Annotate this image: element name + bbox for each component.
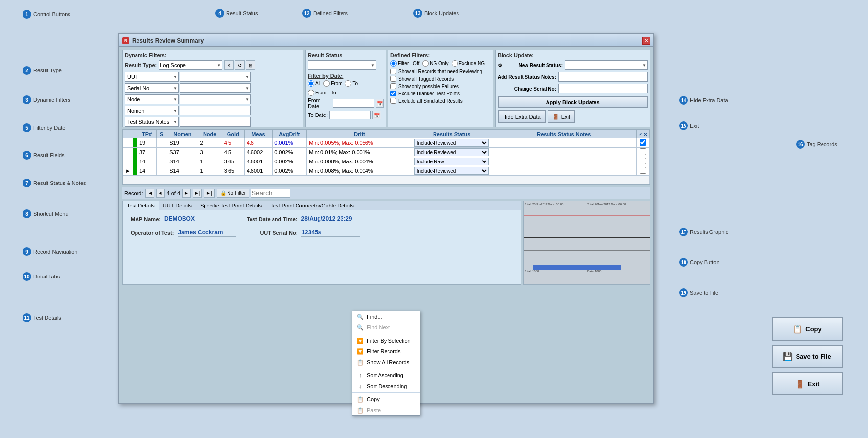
- filter-value-serial[interactable]: ▼: [180, 83, 251, 93]
- cb-tagged-records[interactable]: Show all Tagged Records: [390, 76, 491, 82]
- radio-from[interactable]: From: [323, 80, 342, 87]
- filter-value-nomen[interactable]: [180, 106, 251, 115]
- status-combo-1[interactable]: Include-Reviewed: [414, 139, 489, 147]
- search-input[interactable]: [251, 189, 290, 198]
- th-tp[interactable]: TP#: [137, 130, 156, 138]
- filter-field-serial[interactable]: Serial No▼: [125, 83, 179, 93]
- copy-button[interactable]: 📋 Copy: [772, 317, 843, 341]
- cell-tag-4[interactable]: [637, 166, 650, 176]
- tab-connector-cable[interactable]: Test Point Connector/Cable Details: [266, 201, 358, 210]
- cell-status-2[interactable]: Include-Reviewed: [412, 148, 491, 157]
- radio-exclude-ng[interactable]: Exclude NG: [452, 60, 485, 67]
- nav-extra-btn[interactable]: ►|: [204, 189, 215, 198]
- tag-checkbox-3[interactable]: [640, 158, 646, 164]
- check-all-icon[interactable]: ✓: [639, 132, 642, 137]
- clear-icon-btn[interactable]: ✕: [224, 60, 234, 70]
- cell-status-4[interactable]: Include-Reviewed: [412, 166, 491, 176]
- cb-failures-input[interactable]: [390, 83, 396, 89]
- cb-need-reviewing[interactable]: Show all Records that need Reviewing: [390, 69, 491, 74]
- cell-notes-1[interactable]: [491, 138, 637, 148]
- status-combo-2[interactable]: Include-Reviewed: [414, 148, 489, 156]
- context-sort-desc[interactable]: ↓ Sort Descending: [352, 381, 420, 392]
- apply-block-updates-button[interactable]: Apply Block Updates: [498, 96, 648, 108]
- change-serial-input[interactable]: [558, 84, 648, 93]
- cell-notes-3[interactable]: [491, 157, 637, 166]
- radio-all[interactable]: All: [308, 80, 320, 87]
- add-notes-input[interactable]: [558, 72, 648, 82]
- to-date-calendar-btn[interactable]: 📅: [372, 111, 381, 119]
- filter-value-uut[interactable]: ▼: [180, 72, 251, 82]
- status-combo-4[interactable]: Include-Reviewed: [414, 167, 489, 175]
- th-drift[interactable]: Drift: [307, 130, 412, 138]
- tab-specific-test-point[interactable]: Specific Test Point Details: [196, 201, 266, 210]
- context-sort-asc[interactable]: ↑ Sort Ascending: [352, 370, 420, 381]
- table-row: ► 14 S14 1 3.65 4.6001 0.002% Min: 0.008…: [123, 166, 650, 176]
- filter-field-node[interactable]: Node▼: [125, 94, 179, 104]
- th-results-status[interactable]: Results Status: [412, 130, 491, 138]
- result-type-combo[interactable]: Log Scope ▼: [159, 60, 222, 70]
- new-status-icon: ⚙: [498, 63, 502, 68]
- tag-checkbox-1[interactable]: [640, 139, 646, 146]
- nav-first-btn[interactable]: |◄: [145, 189, 154, 198]
- refresh-icon-btn[interactable]: ↺: [235, 60, 245, 70]
- radio-filter-off[interactable]: Filter - Off: [390, 60, 419, 67]
- radio-ng-only[interactable]: NG Only: [422, 60, 448, 67]
- cb-exclude-blanked[interactable]: Exclude Blanked Test Points: [390, 91, 491, 96]
- no-filter-button[interactable]: 🔒 No Filter: [217, 189, 250, 198]
- context-filter-by-selection[interactable]: 🔽 Filter By Selection: [352, 335, 420, 346]
- cb-need-reviewing-input[interactable]: [390, 69, 396, 74]
- tab-test-details[interactable]: Test Details: [123, 201, 159, 210]
- tag-checkbox-2[interactable]: [640, 148, 646, 155]
- from-date-input[interactable]: [333, 99, 374, 108]
- th-nomen[interactable]: Nomen: [167, 130, 198, 138]
- filter-field-nomen[interactable]: Nomen▼: [125, 106, 179, 115]
- window-close-button[interactable]: ✕: [642, 37, 650, 45]
- cell-tag-2[interactable]: [637, 148, 650, 157]
- cell-status-3[interactable]: Include-Raw: [412, 157, 491, 166]
- tag-checkbox-4[interactable]: [640, 167, 646, 174]
- cb-simulated-input[interactable]: [390, 98, 396, 104]
- radio-from-to[interactable]: From - To: [308, 90, 336, 96]
- th-results-notes[interactable]: Results Status Notes: [491, 130, 637, 138]
- hide-extra-data-button[interactable]: Hide Extra Data: [498, 110, 546, 123]
- th-avgdrift[interactable]: AvgDrift: [273, 130, 307, 138]
- radio-to[interactable]: To: [345, 80, 358, 87]
- filter-field-uut[interactable]: UUT▼: [125, 72, 179, 82]
- cell-tag-1[interactable]: [637, 138, 650, 148]
- nav-prev-btn[interactable]: ◄: [156, 189, 165, 198]
- context-show-all[interactable]: 📋 Show All Records: [352, 357, 420, 368]
- status-combo-3[interactable]: Include-Raw: [414, 158, 489, 165]
- from-date-calendar-btn[interactable]: 📅: [376, 99, 384, 108]
- filter-value-node[interactable]: ▼: [180, 94, 251, 104]
- cell-tag-3[interactable]: [637, 157, 650, 166]
- context-find[interactable]: 🔍 Find...: [352, 311, 420, 322]
- tab-uut-details[interactable]: UUT Details: [159, 201, 196, 210]
- grid-icon-btn[interactable]: ⊞: [246, 60, 255, 70]
- cell-status-1[interactable]: Include-Reviewed: [412, 138, 491, 148]
- cb-possible-failures[interactable]: Show only possible Failures: [390, 83, 491, 89]
- cb-exclude-simulated[interactable]: Exclude all Simulated Results: [390, 98, 491, 104]
- uncheck-all-icon[interactable]: ✕: [643, 132, 647, 137]
- exit-main-button[interactable]: 🚪 Exit: [772, 372, 843, 395]
- new-status-combo[interactable]: ▼: [565, 60, 648, 70]
- th-gold[interactable]: Gold: [222, 130, 244, 138]
- context-filter-records[interactable]: 🔽 Filter Records: [352, 346, 420, 357]
- cb-blanked-input[interactable]: [390, 91, 396, 96]
- to-date-input[interactable]: [329, 111, 371, 119]
- nav-last-btn[interactable]: ►|: [193, 189, 202, 198]
- cell-notes-4[interactable]: [491, 166, 637, 176]
- context-copy[interactable]: 📋 Copy: [352, 394, 420, 405]
- bottom-action-btns: Hide Extra Data 🚪 Exit: [498, 110, 648, 123]
- th-s[interactable]: S: [157, 130, 167, 138]
- filter-field-notes[interactable]: Test Status Notes▼: [125, 117, 179, 127]
- filter-value-notes[interactable]: [180, 117, 251, 127]
- nav-next-btn[interactable]: ►: [182, 189, 191, 198]
- result-status-combo[interactable]: ▼: [308, 60, 376, 70]
- th-meas[interactable]: Meas: [244, 130, 272, 138]
- exit-top-button[interactable]: 🚪 Exit: [548, 110, 575, 123]
- th-node[interactable]: Node: [198, 130, 222, 138]
- cb-tagged-input[interactable]: [390, 76, 396, 82]
- operator-value: James Cockram: [178, 229, 236, 237]
- save-to-file-button[interactable]: 💾 Save to File: [772, 345, 843, 368]
- cell-notes-2[interactable]: [491, 148, 637, 157]
